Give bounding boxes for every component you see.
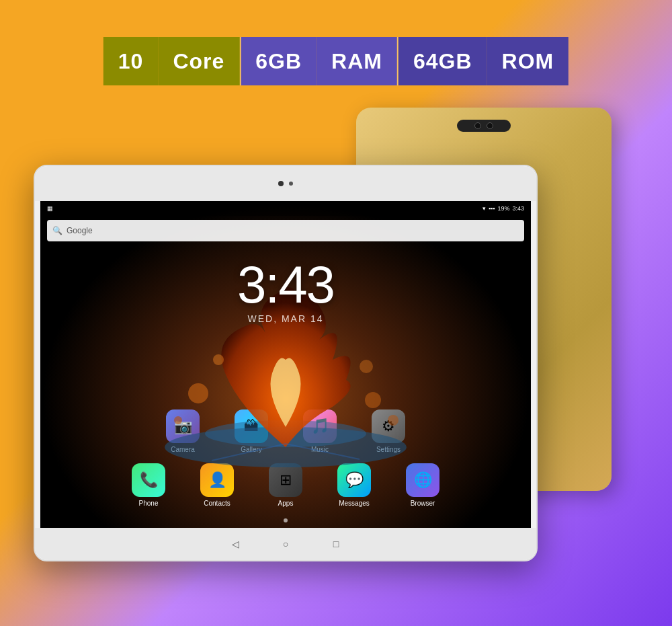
status-bar: ▦ ▾ ▪▪▪ 19% 3:43	[40, 201, 531, 216]
spec-rom-number: 64GB	[398, 37, 487, 85]
messages-label: Messages	[339, 500, 370, 507]
back-camera-module	[457, 120, 511, 132]
clock-display: 3:43 WED, MAR 14	[237, 258, 334, 324]
spec-cores-number: 10	[103, 37, 159, 85]
spec-banner: 10 Core 6GB RAM 64GB ROM	[103, 37, 569, 85]
tablet-top-bezel	[35, 166, 536, 201]
back-camera-lens-1	[474, 122, 481, 129]
browser-label: Browser	[411, 500, 435, 507]
status-right: ▾ ▪▪▪ 19% 3:43	[482, 205, 524, 212]
spec-ram-label: RAM	[317, 37, 397, 85]
status-time: 3:43	[512, 205, 524, 212]
svg-point-4	[213, 354, 224, 365]
svg-point-5	[360, 360, 373, 373]
svg-point-3	[365, 392, 381, 408]
search-bar[interactable]: 🔍 Google	[47, 220, 524, 241]
tablet-front: ▦ ▾ ▪▪▪ 19% 3:43 🔍 Google 3:43 WED, MAR …	[34, 165, 538, 561]
spec-ram-number: 6GB	[241, 37, 317, 85]
contacts-label: Contacts	[204, 500, 230, 507]
phone-label: Phone	[139, 500, 159, 507]
apps-label: Apps	[278, 500, 294, 507]
battery-percent: 19%	[497, 205, 509, 212]
wifi-icon: ▾	[482, 205, 486, 212]
search-placeholder: Google	[67, 226, 93, 235]
front-camera-1	[278, 181, 284, 186]
front-camera-2	[289, 182, 293, 186]
svg-point-7	[388, 415, 398, 426]
search-icon: 🔍	[52, 226, 62, 235]
svg-point-6	[174, 416, 182, 424]
back-camera-lens-2	[487, 122, 493, 129]
clock-time: 3:43	[237, 258, 334, 311]
nav-back-button[interactable]: ◁	[228, 537, 242, 551]
tablet-screen: ▦ ▾ ▪▪▪ 19% 3:43 🔍 Google 3:43 WED, MAR …	[40, 201, 531, 528]
clock-date: WED, MAR 14	[237, 313, 334, 324]
spec-rom-label: ROM	[487, 37, 569, 85]
spec-cores-label: Core	[158, 37, 239, 85]
svg-point-2	[188, 383, 208, 403]
status-left: ▦	[47, 205, 53, 212]
tablet-bottom-bezel: ◁ ○ □	[35, 528, 536, 560]
signal-icon: ▪▪▪	[489, 205, 495, 212]
nav-home-button[interactable]: ○	[279, 537, 292, 551]
home-dot-indicator	[284, 518, 288, 522]
nav-recent-button[interactable]: □	[329, 537, 343, 551]
